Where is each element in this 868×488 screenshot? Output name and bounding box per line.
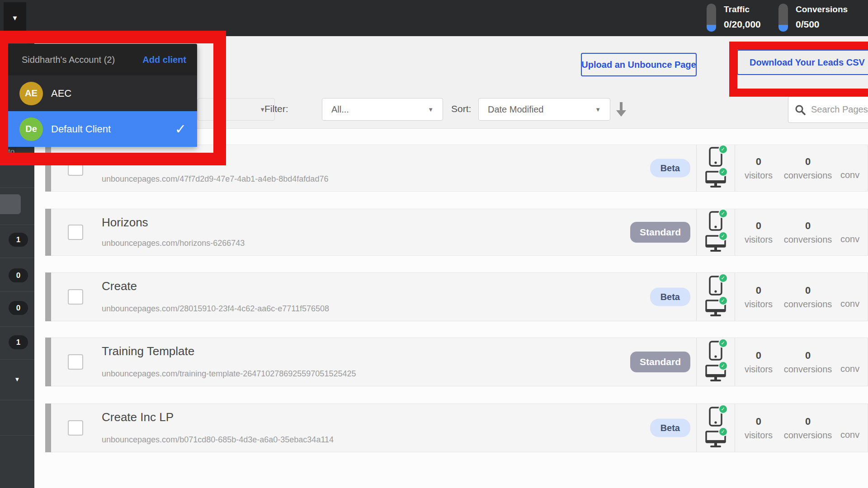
conversions-label: conversions — [784, 235, 832, 245]
conversions-value: 0 — [805, 350, 811, 361]
row-accent-strip — [45, 272, 51, 321]
page-url[interactable]: unbouncepages.com/training-template-2647… — [102, 369, 356, 379]
page-title[interactable]: Training Template — [102, 344, 194, 358]
page-title[interactable]: Horizons — [102, 216, 148, 230]
desktop-status: ✓ — [705, 298, 726, 319]
mobile-status: ✓ — [705, 406, 726, 427]
visitors-stat: 0 visitors — [745, 209, 773, 255]
mobile-status: ✓ — [705, 340, 726, 361]
conversions-stat: 0 conversions — [784, 404, 832, 452]
sidebar-count-badge[interactable]: 0 — [9, 301, 28, 315]
visitors-stat: 0 visitors — [745, 145, 773, 191]
sidebar-divider — [0, 435, 34, 436]
check-icon: ✓ — [175, 121, 186, 137]
page-title[interactable]: Jygfay — [102, 151, 136, 165]
page-row[interactable]: Jygfay unbouncepages.com/47f7d2d9-47e7-4… — [45, 145, 868, 192]
row-accent-strip — [45, 338, 51, 386]
visitors-stat: 0 visitors — [745, 273, 773, 321]
visitors-stat: 0 visitors — [745, 404, 773, 452]
page-url[interactable]: unbouncepages.com/28015910-23f4-4c62-aa6… — [102, 304, 329, 314]
status-badge: Standard — [630, 222, 690, 243]
sidebar-divider — [0, 159, 34, 160]
page-row[interactable]: Create unbouncepages.com/28015910-23f4-4… — [45, 272, 868, 321]
visitors-label: visitors — [745, 170, 773, 181]
row-checkbox[interactable] — [68, 289, 83, 305]
sidebar-count-badge[interactable]: 1 — [9, 233, 28, 247]
sidebar-divider — [0, 400, 34, 400]
sidebar-divider — [0, 258, 34, 258]
visitors-value: 0 — [756, 350, 761, 361]
client-item-aec[interactable]: AE AEC — [8, 75, 197, 111]
sidebar-active-item[interactable] — [0, 194, 21, 214]
status-badge: Standard — [630, 352, 690, 372]
client-item-default-client[interactable]: De Default Client ✓ — [8, 111, 197, 147]
conversions-value: 0 — [805, 416, 811, 427]
conversion-rate-stat-partial: conv — [840, 209, 859, 255]
conversions-value: 0 — [805, 220, 811, 232]
page-card: Create Inc LP unbouncepages.com/b071cd80… — [51, 404, 868, 452]
sort-direction-button[interactable] — [613, 98, 629, 120]
page-card: Create unbouncepages.com/28015910-23f4-4… — [51, 272, 868, 321]
row-checkbox[interactable] — [68, 160, 83, 176]
chevron-down-icon: ▼ — [595, 106, 601, 113]
down-arrow-icon — [616, 101, 626, 117]
search-pages-box[interactable] — [788, 96, 868, 123]
sidebar-count-badge[interactable]: 0 — [9, 268, 28, 282]
conversions-value: 0 — [805, 285, 811, 296]
mobile-status: ✓ — [705, 211, 726, 231]
row-checkbox[interactable] — [68, 225, 83, 240]
sidebar-count-badge[interactable]: 1 — [9, 335, 28, 349]
page-url[interactable]: unbouncepages.com/b071cd80-685b-4d3e-a6a… — [102, 435, 334, 445]
row-checkbox[interactable] — [68, 354, 83, 370]
status-badge: Beta — [650, 288, 690, 306]
desktop-status: ✓ — [705, 363, 726, 384]
dropdown-notch — [14, 38, 28, 44]
check-icon: ✓ — [718, 404, 728, 414]
column-divider — [735, 209, 735, 255]
check-icon: ✓ — [718, 338, 728, 348]
page-row[interactable]: Horizons unbouncepages.com/horizons-6266… — [45, 209, 868, 256]
sidebar-expand-button[interactable]: ▼ — [0, 376, 34, 383]
page-row[interactable]: Create Inc LP unbouncepages.com/b071cd80… — [45, 404, 868, 452]
column-divider — [735, 145, 735, 191]
page-title[interactable]: Create — [102, 279, 137, 293]
row-accent-strip — [45, 404, 51, 452]
page-row[interactable]: Training Template unbouncepages.com/trai… — [45, 338, 868, 386]
device-status-column: ✓ ✓ — [696, 145, 735, 191]
visitors-label: visitors — [745, 364, 773, 375]
filter-label: Filter: — [264, 103, 288, 114]
sort-select[interactable]: Date Modified ▼ — [478, 98, 610, 121]
search-input[interactable] — [811, 104, 868, 115]
account-menu-header: Siddharth's Account (2) Add client — [8, 44, 197, 75]
row-accent-strip — [45, 145, 51, 192]
visitors-label: visitors — [745, 235, 773, 245]
conversions-stat: 0 conversions — [784, 338, 832, 386]
traffic-progress-bar — [707, 4, 716, 32]
upload-unbounce-page-button[interactable]: Upload an Unbounce Page — [581, 53, 697, 76]
check-icon: ✓ — [718, 361, 728, 371]
page-url[interactable]: unbouncepages.com/horizons-6266743 — [102, 239, 245, 248]
device-status-column: ✓ ✓ — [696, 273, 735, 321]
traffic-value: 0/20,000 — [724, 19, 761, 30]
conversions-label: conversions — [784, 299, 832, 310]
group-select[interactable]: ▼ — [198, 98, 275, 121]
sidebar-divider — [0, 225, 34, 225]
traffic-label: Traffic — [724, 5, 761, 14]
filter-select-value: All... — [331, 104, 349, 115]
check-icon: ✓ — [718, 231, 728, 241]
sidebar-divider — [0, 326, 34, 327]
row-checkbox[interactable] — [68, 420, 83, 436]
filter-select[interactable]: All... ▼ — [322, 98, 443, 121]
download-leads-csv-button[interactable]: Download Your Leads CSV — [737, 50, 868, 75]
mobile-status: ✓ — [705, 275, 726, 296]
conversions-label: conversions — [784, 430, 832, 441]
page-card: Jygfay unbouncepages.com/47f7d2d9-47e7-4… — [51, 145, 868, 192]
page-title[interactable]: Create Inc LP — [102, 410, 174, 424]
sidebar-divider — [0, 291, 34, 292]
sidebar-divider — [0, 188, 34, 188]
add-client-link[interactable]: Add client — [142, 55, 186, 65]
page-url[interactable]: unbouncepages.com/47f7d2d9-47e7-4ab1-a4e… — [102, 174, 328, 184]
sidebar-partial-label: to — [6, 147, 16, 156]
sort-label: Sort: — [451, 103, 471, 114]
main-menu-button[interactable]: ▼ — [4, 2, 26, 33]
